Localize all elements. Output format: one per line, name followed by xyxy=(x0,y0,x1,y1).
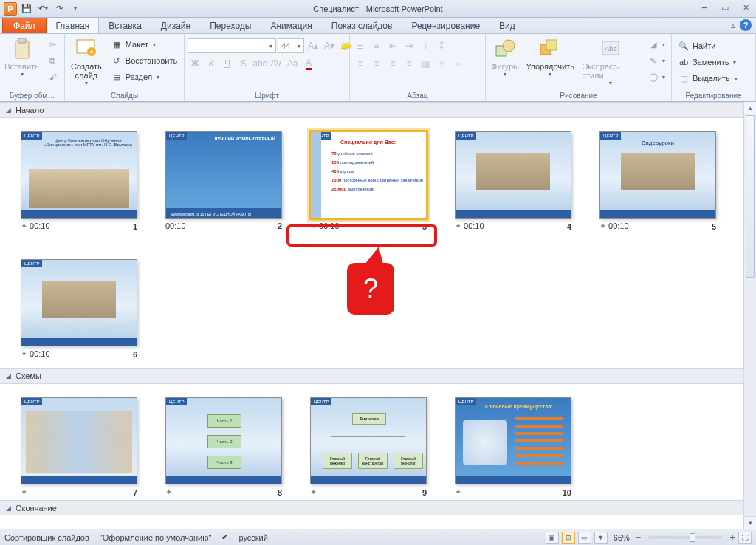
slide-cell[interactable]: ЦЕНТР✦ 00:104 xyxy=(455,131,571,231)
shape-effects-button[interactable]: ◯▾ xyxy=(645,69,668,84)
replace-button[interactable]: abЗаменить▾ xyxy=(675,55,740,69)
increase-indent-button[interactable]: ⇥ xyxy=(402,38,416,53)
minimize-button[interactable]: ━ xyxy=(697,1,712,13)
maximize-button[interactable]: ▭ xyxy=(718,1,732,13)
slide-cell[interactable]: ЦЕНТРЦентр Компьютерного Обучения «Специ… xyxy=(21,131,137,231)
new-slide-button[interactable]: ✦ Создать слайд ▾ xyxy=(68,35,105,88)
select-button[interactable]: ⬚Выделить▾ xyxy=(675,71,740,86)
slide-thumbnail[interactable]: ЦЕНТРЧасть 1Часть 2Часть 3 xyxy=(165,397,282,484)
align-right-button[interactable]: ≡ xyxy=(385,56,400,71)
slide-thumbnail[interactable]: ЦЕНТРКлючевые преимущества: xyxy=(455,397,571,484)
scroll-down-button[interactable]: ▾ xyxy=(744,516,756,529)
text-direction-button[interactable]: ↧ xyxy=(434,38,449,53)
zoom-level[interactable]: 66% xyxy=(614,533,630,542)
redo-button[interactable]: ↷ xyxy=(52,1,66,16)
section-header-3[interactable]: ◢ Окончание xyxy=(0,500,743,515)
vertical-scrollbar[interactable]: ▴ ▾ xyxy=(743,102,756,529)
slide-cell[interactable]: ЦЕНТРЧасть 1Часть 2Часть 3✦ 8 xyxy=(165,397,282,497)
slide-cell[interactable]: ЦЕНТРЛУЧШИЙ КОМПЬЮТЕРНЫЙwww.specialist.r… xyxy=(165,131,282,231)
section-header-2[interactable]: ◢ Схемы xyxy=(0,368,743,384)
slide-cell[interactable]: ЦЕНТРКлючевые преимущества:✦ 10 xyxy=(455,397,571,497)
line-spacing-button[interactable]: ↕ xyxy=(418,38,433,53)
slide-thumbnail[interactable]: ЦЕНТР xyxy=(21,397,137,484)
scroll-up-button[interactable]: ▴ xyxy=(744,102,756,114)
slide-thumbnail[interactable]: ЦЕНТР xyxy=(455,131,571,219)
tab-home[interactable]: Главная xyxy=(47,18,100,33)
justify-button[interactable]: ≡ xyxy=(402,56,416,71)
tab-design[interactable]: Дизайн xyxy=(151,18,200,33)
section-header-1[interactable]: ◢ Начало xyxy=(0,102,743,118)
slide-thumbnail[interactable]: ЦЕНТРВидеоуроки xyxy=(599,131,716,219)
status-language[interactable]: русский xyxy=(238,533,267,542)
fit-to-window-button[interactable]: ⛶ xyxy=(738,532,752,544)
char-spacing-button[interactable]: AV xyxy=(269,56,284,71)
zoom-out-button[interactable]: − xyxy=(636,532,642,543)
shrink-font-button[interactable]: A▾ xyxy=(322,38,337,53)
app-icon[interactable]: P xyxy=(3,1,18,16)
italic-button[interactable]: К xyxy=(204,56,219,71)
align-left-button[interactable]: ≡ xyxy=(353,56,368,71)
shapes-button[interactable]: Фигуры▾ xyxy=(489,35,521,79)
format-painter-button[interactable]: 🖌 xyxy=(44,69,61,84)
smartart-button[interactable]: ⟐ xyxy=(450,56,465,71)
slideshow-view-button[interactable]: ▼ xyxy=(594,532,608,544)
slide-thumbnail[interactable]: ЦЕНТРЛУЧШИЙ КОМПЬЮТЕРНЫЙwww.specialist.r… xyxy=(165,131,282,219)
find-button[interactable]: 🔍Найти xyxy=(675,38,740,53)
change-case-button[interactable]: Aa xyxy=(285,56,300,71)
slide-thumbnail[interactable]: ЦЕНТРСпециально для Вас:70 учебных класс… xyxy=(310,131,427,219)
columns-button[interactable]: ▥ xyxy=(418,56,433,71)
align-text-button[interactable]: ⊞ xyxy=(434,56,449,71)
slide-cell[interactable]: ЦЕНТРСпециально для Вас:70 учебных класс… xyxy=(310,131,427,231)
paste-button[interactable]: Вставить ▾ xyxy=(3,35,41,79)
font-name-combo[interactable]: ▾ xyxy=(188,38,276,53)
tab-view[interactable]: Вид xyxy=(489,18,525,33)
slide-thumbnail[interactable]: ЦЕНТР xyxy=(21,259,137,346)
zoom-in-button[interactable]: + xyxy=(729,532,735,543)
tab-insert[interactable]: Вставка xyxy=(99,18,151,33)
help-button[interactable]: ? xyxy=(740,19,752,31)
align-center-button[interactable]: ≡ xyxy=(369,56,384,71)
bullets-button[interactable]: ≣ xyxy=(353,38,368,53)
font-color-button[interactable]: A xyxy=(301,56,316,71)
arrange-button[interactable]: Упорядочить▾ xyxy=(524,35,576,79)
shape-fill-button[interactable]: ◢▾ xyxy=(645,37,668,52)
strikethrough-button[interactable]: S xyxy=(236,56,251,71)
copy-button[interactable]: ⧉ xyxy=(44,53,61,68)
decrease-indent-button[interactable]: ⇤ xyxy=(385,38,400,53)
undo-button[interactable]: ↶▾ xyxy=(35,1,50,16)
font-size-combo[interactable]: 44▾ xyxy=(278,38,304,53)
bold-button[interactable]: Ж xyxy=(188,56,202,71)
slide-cell[interactable]: ЦЕНТР✦ 7 xyxy=(21,397,137,497)
scroll-thumb[interactable] xyxy=(746,115,755,278)
slide-thumbnail[interactable]: ЦЕНТРДиректорГлавный инженерГлавный конс… xyxy=(310,397,427,484)
qat-customize[interactable]: ▾ xyxy=(68,1,83,16)
section-button[interactable]: ▤Раздел▾ xyxy=(108,69,180,84)
sorter-view-button[interactable]: ⊞ xyxy=(562,532,575,544)
slide-thumbnail[interactable]: ЦЕНТРЦентр Компьютерного Обучения «Специ… xyxy=(21,131,137,219)
slide-cell[interactable]: ЦЕНТРВидеоуроки✦ 00:105 xyxy=(599,131,716,231)
tab-review[interactable]: Рецензирование xyxy=(402,18,489,33)
tab-slideshow[interactable]: Показ слайдов xyxy=(322,18,402,33)
slide-cell[interactable]: ЦЕНТРДиректорГлавный инженерГлавный конс… xyxy=(310,397,427,497)
numbering-button[interactable]: ≡ xyxy=(369,38,384,53)
spellcheck-icon[interactable]: ✔ xyxy=(221,532,228,542)
tab-transitions[interactable]: Переходы xyxy=(200,18,261,33)
normal-view-button[interactable]: ▣ xyxy=(546,532,559,544)
shadow-button[interactable]: abc xyxy=(252,56,267,71)
layout-button[interactable]: ▦Макет▾ xyxy=(108,37,180,52)
slide-cell[interactable]: ЦЕНТР✦ 00:106 xyxy=(21,259,137,359)
close-button[interactable]: ✕ xyxy=(738,1,753,13)
shape-outline-button[interactable]: ✎▾ xyxy=(645,53,668,68)
quick-styles-button[interactable]: Abc Экспресс-стили▾ xyxy=(579,35,642,88)
slide-sorter-pane[interactable]: ◢ Начало ЦЕНТРЦентр Компьютерного Обучен… xyxy=(0,102,743,529)
save-button[interactable]: 💾 xyxy=(19,1,34,16)
minimize-ribbon-button[interactable]: ▵ xyxy=(731,21,735,30)
grow-font-button[interactable]: A▴ xyxy=(306,38,320,53)
tab-file[interactable]: Файл xyxy=(2,18,47,33)
cut-button[interactable]: ✂ xyxy=(44,37,61,52)
tab-animations[interactable]: Анимация xyxy=(261,18,321,33)
underline-button[interactable]: Ч xyxy=(220,56,235,71)
reset-button[interactable]: ↺Восстановить xyxy=(108,53,180,68)
reading-view-button[interactable]: ▭ xyxy=(578,532,591,544)
zoom-slider[interactable] xyxy=(648,536,722,539)
